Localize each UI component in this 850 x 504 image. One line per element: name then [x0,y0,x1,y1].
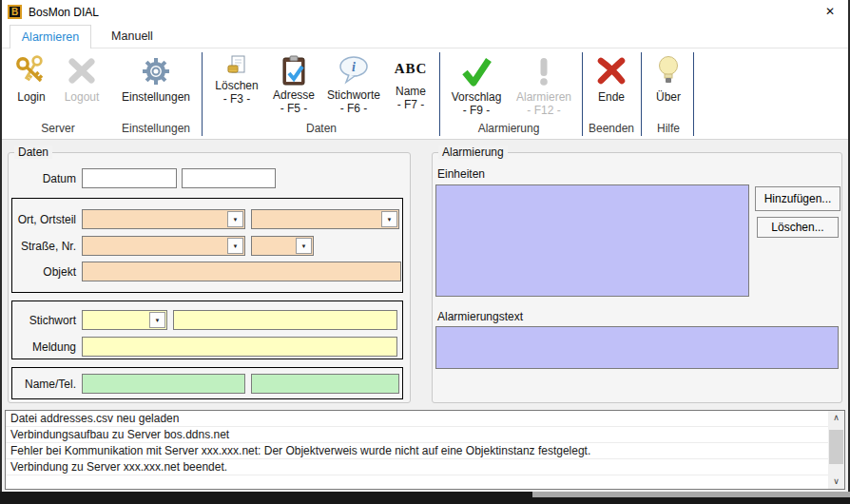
window-title: BosMon DIAL [29,6,99,19]
group-label-server: Server [15,122,101,135]
alarmierung-groupbox-title: Alarmierung [438,145,508,159]
red-x-icon [594,52,628,90]
vorschlag-label: Vorschlag [452,90,502,104]
stichwort-text-input[interactable] [173,310,397,330]
chevron-down-icon[interactable]: ▼ [149,312,165,328]
name-fkey: - F7 - [397,98,425,111]
group-label-hilfe: Hilfe [647,122,689,135]
exclamation-icon [537,52,551,90]
close-icon[interactable]: ✕ [820,4,840,20]
group-label-einstellungen: Einstellungen [112,122,200,135]
name-f7-button[interactable]: ABC Name - F7 - [386,52,435,121]
name-input[interactable] [82,374,245,394]
logout-x-icon [66,52,98,90]
logout-label: Logout [65,90,100,104]
tab-manuell[interactable]: Manuell [95,25,169,48]
name-label: Name [396,85,426,98]
name-tel-label: Name/Tel. [10,378,76,391]
chevron-down-icon[interactable]: ▼ [296,238,312,254]
hinzufuegen-button[interactable]: Hinzufügen... [755,186,840,211]
keys-icon [14,52,48,90]
meldung-input[interactable] [82,337,397,357]
ribbon-separator [693,52,694,136]
login-label: Login [17,90,45,104]
ribbon-toolbar: Login Logout [2,48,848,140]
ort-label: Ort, Ortsteil [10,213,76,226]
ende-label: Ende [598,90,625,104]
alarmieren-f12-button: Alarmieren - F12 - [512,52,576,121]
clipboard-check-icon [280,52,308,88]
ribbon-separator [439,52,440,136]
einheiten-label: Einheiten [437,167,485,181]
meldung-label: Meldung [10,340,76,354]
lightbulb-icon [656,52,681,90]
ribbon-separator [202,52,203,136]
stichworte-label: Stichworte [327,88,380,102]
group-label-beenden: Beenden [585,122,638,135]
login-button[interactable]: Login [10,52,53,121]
datum-input-1[interactable] [82,168,177,188]
log-scrollbar[interactable]: ∧ ∨ [828,411,844,489]
tab-strip: Alarmieren Manuell [2,24,848,48]
ortsteil-combobox[interactable]: ▼ [251,209,399,229]
stichworte-f6-button[interactable]: i Stichworte - F6 - [323,52,384,121]
einheit-loeschen-button[interactable]: Löschen... [757,217,839,238]
stichworte-fkey: - F6 - [340,102,368,115]
einheiten-listbox[interactable] [435,184,749,297]
tab-alarmieren[interactable]: Alarmieren [10,25,91,49]
gear-icon [140,52,172,90]
window-border-left [0,0,2,492]
logout-button: Logout [57,52,106,121]
ort-combobox[interactable]: ▼ [82,209,245,229]
ribbon-separator [641,52,642,136]
hausnummer-combobox[interactable]: ▼ [251,236,314,256]
objekt-input[interactable] [82,262,401,281]
einstellungen-label: Einstellungen [122,90,190,104]
scrollbar-thumb[interactable] [829,430,843,464]
green-check-icon [458,52,494,90]
app-icon: B [8,5,22,19]
log-listbox[interactable]: Datei addresses.csv neu geladen Verbindu… [5,410,845,490]
log-row[interactable]: Fehler bei Kommunikation mit Server xxx.… [6,443,828,459]
chevron-down-icon[interactable]: ▼ [227,238,243,254]
delete-document-icon [226,52,247,79]
svg-text:i: i [352,60,356,74]
loeschen-f3-button[interactable]: Löschen - F3 - [207,52,266,121]
ende-button[interactable]: Ende [588,52,635,121]
datum-label: Datum [10,172,76,185]
tel-input[interactable] [251,374,399,394]
alarmierungstext-label: Alarmierungstext [437,310,523,323]
chevron-down-icon[interactable]: ▼ [381,211,397,227]
alarmierungstext-textarea[interactable] [435,326,839,369]
ueber-button[interactable]: Über [647,52,690,121]
vorschlag-fkey: - F9 - [463,104,491,117]
datum-input-2[interactable] [182,168,276,188]
daten-groupbox-title: Daten [14,145,52,159]
chevron-down-icon[interactable]: ▼ [227,211,243,227]
objekt-label: Objekt [10,265,76,279]
vorschlag-f9-button[interactable]: Vorschlag - F9 - [445,52,508,121]
adresse-f5-button[interactable]: Adresse - F5 - [266,52,321,121]
adresse-fkey: - F5 - [280,102,308,115]
alarmieren-label: Alarmieren [516,90,571,104]
scroll-up-icon[interactable]: ∧ [828,411,844,425]
einstellungen-button[interactable]: Einstellungen [114,52,198,121]
info-bubble-icon: i [337,52,371,88]
alarmieren-fkey: - F12 - [527,104,560,117]
loeschen-fkey: - F3 - [223,92,251,106]
background-band [532,492,850,497]
abc-text-icon: ABC [395,52,428,85]
title-bar: B BosMon DIAL ✕ [2,0,848,24]
scroll-down-icon[interactable]: ∨ [828,475,844,489]
loeschen-label: Löschen [215,79,258,92]
adresse-label: Adresse [273,88,315,102]
stichwort-label: Stichwort [10,314,76,327]
ribbon-separator [582,52,583,136]
log-row[interactable]: Datei addresses.csv neu geladen [6,411,828,427]
log-row[interactable]: Verbindung zu Server xxx.xxx.net beendet… [6,459,828,475]
strasse-label: Straße, Nr. [10,240,76,253]
log-row[interactable]: Verbindungsaufbau zu Server bos.ddns.net [6,427,828,443]
stichwort-combobox[interactable]: ▼ [82,310,167,330]
strasse-combobox[interactable]: ▼ [82,236,245,256]
app-window: B BosMon DIAL ✕ Alarmieren Manuell [0,0,850,492]
